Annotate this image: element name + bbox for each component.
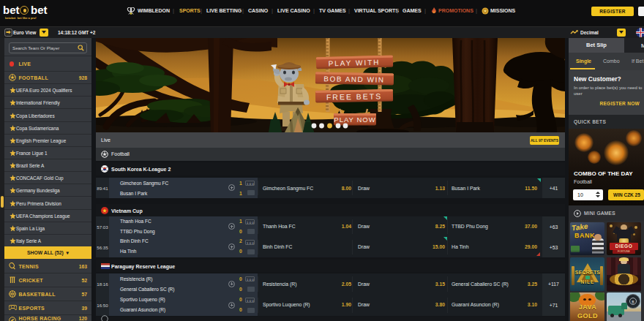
svg-text:BOB AND WIN: BOB AND WIN xyxy=(323,75,384,83)
svg-text:PLAY NOW: PLAY NOW xyxy=(334,116,375,124)
svg-text:FREE BETS: FREE BETS xyxy=(326,91,383,101)
svg-text:PLAY WITH: PLAY WITH xyxy=(328,58,380,68)
